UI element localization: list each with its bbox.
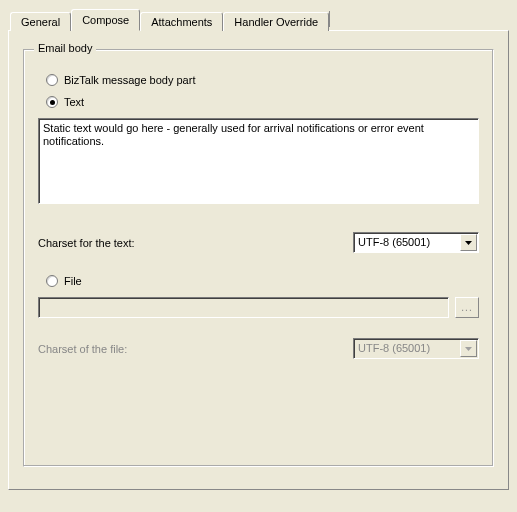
radio-label: BizTalk message body part	[64, 74, 195, 86]
combo-text: UTF-8 (65001)	[354, 339, 459, 358]
radio-label: Text	[64, 96, 84, 108]
tab-label: Handler Override	[234, 16, 318, 28]
browse-button[interactable]: ...	[455, 297, 479, 318]
combo-text: UTF-8 (65001)	[354, 233, 459, 252]
combo-dropdown-button	[460, 340, 477, 357]
chevron-down-icon	[465, 347, 472, 351]
radio-row-biztalk[interactable]: BizTalk message body part	[46, 74, 479, 86]
row-charset-file: Charset of the file: UTF-8 (65001)	[38, 338, 479, 359]
tab-label: Attachments	[151, 16, 212, 28]
radio-file[interactable]	[46, 275, 58, 287]
label-charset-text: Charset for the text:	[38, 237, 135, 249]
radio-label: File	[64, 275, 82, 287]
radio-row-text[interactable]: Text	[46, 96, 479, 108]
tab-attachments[interactable]: Attachments	[140, 12, 223, 31]
combo-charset-text[interactable]: UTF-8 (65001)	[353, 232, 479, 253]
row-charset-text: Charset for the text: UTF-8 (65001)	[38, 232, 479, 253]
groupbox-email-body: Email body BizTalk message body part Tex…	[23, 49, 494, 467]
tab-general[interactable]: General	[10, 12, 71, 31]
tab-strip: General Compose Attachments Handler Over…	[10, 8, 509, 30]
row-file-path: ...	[38, 297, 479, 318]
email-body-textarea[interactable]	[38, 118, 479, 204]
radio-text[interactable]	[46, 96, 58, 108]
tab-label: Compose	[82, 14, 129, 26]
tab-page-compose: Email body BizTalk message body part Tex…	[8, 30, 509, 490]
combo-dropdown-button[interactable]	[460, 234, 477, 251]
properties-panel: General Compose Attachments Handler Over…	[0, 0, 517, 512]
file-path-input	[38, 297, 449, 318]
tab-label: General	[21, 16, 60, 28]
tab-compose[interactable]: Compose	[71, 9, 140, 31]
chevron-down-icon	[465, 241, 472, 245]
combo-charset-file: UTF-8 (65001)	[353, 338, 479, 359]
tab-handler-override[interactable]: Handler Override	[223, 12, 329, 31]
groupbox-legend: Email body	[34, 42, 96, 54]
ellipsis-icon: ...	[461, 302, 472, 313]
tab-separator	[329, 11, 330, 27]
radio-biztalk[interactable]	[46, 74, 58, 86]
radio-row-file[interactable]: File	[46, 275, 479, 287]
label-charset-file: Charset of the file:	[38, 343, 127, 355]
